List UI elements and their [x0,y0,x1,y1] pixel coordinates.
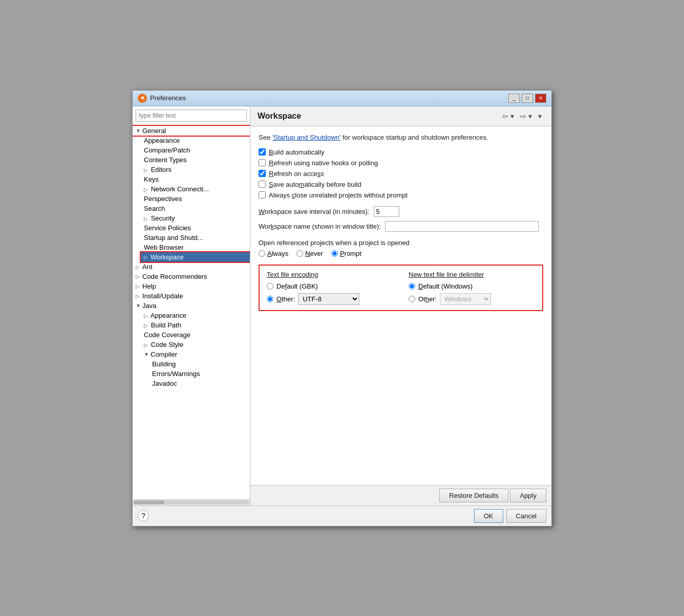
tree-item-javadoc[interactable]: Javadoc [149,379,250,388]
nav-dropdown-button[interactable]: ▾ [536,111,544,122]
tree-item-help[interactable]: ▷ Help [133,281,250,291]
arrow-icon-java: ▼ [136,303,141,309]
checkbox-row-refresh-access: Refresh on access [259,170,543,178]
arrow-icon-java-appearance: ▷ [144,313,149,319]
tree-item-install-update[interactable]: ▷ Install/Update [133,291,250,301]
encoding-select[interactable]: UTF-8 UTF-16 ISO-8859-1 US-ASCII [298,293,359,305]
restore-button[interactable]: □ [522,94,533,103]
startup-shutdown-link[interactable]: 'Startup and Shutdown' [272,134,341,141]
panel-title: Workspace [258,112,301,121]
tree-item-general[interactable]: ▼ General [133,126,250,136]
save-interval-input[interactable] [374,206,399,217]
tree-item-compare-patch[interactable]: Compare/Patch [141,145,250,155]
arrow-icon-install-update: ▷ [136,293,141,299]
close-button[interactable]: ✕ [535,94,546,103]
tree-label-install-update: Install/Update [142,292,183,300]
tree-item-search[interactable]: Search [141,204,250,213]
delimiter-default-label: Default (Windows) [418,282,473,290]
tree-label-compiler: Compiler [151,350,177,358]
refresh-access-checkbox[interactable] [259,170,266,177]
nav-back-button[interactable]: ⇦ ▾ [500,111,517,122]
delimiter-other-radio[interactable] [409,296,415,302]
title-bar-left: ☀ Preferences [138,94,186,103]
tree-item-workspace[interactable]: ▷ Workspace [141,252,250,262]
help-icon[interactable]: ? [138,510,149,521]
tree-item-startup-shutdown[interactable]: Startup and Shutd... [141,233,250,243]
tree-label-ant: Ant [142,263,153,271]
tree-item-ant[interactable]: ▷ Ant [133,262,250,272]
radio-prompt-input[interactable] [331,250,338,257]
preferences-window: ☀ Preferences _ □ ✕ ▼ General Appearan [132,90,552,526]
hscroll-track [134,500,249,504]
radio-never-input[interactable] [296,250,303,257]
build-auto-checkbox[interactable] [259,148,266,156]
tree-item-compiler[interactable]: ▼ Compiler [141,349,250,359]
title-bar-buttons: _ □ ✕ [508,94,546,103]
panel-body: See 'Startup and Shutdown' for workspace… [250,126,551,485]
refresh-access-label: Refresh on access [269,170,324,178]
open-projects-label: Open referenced projects when a project … [259,239,543,247]
tree-item-building[interactable]: Building [149,359,250,369]
radio-always: Always [259,250,288,257]
encoding-box: Text file encoding Default (GBK) Other: … [267,271,393,305]
encoding-other-radio[interactable] [267,296,273,302]
tree-item-editors[interactable]: ▷ Editors [141,165,250,174]
tree-label-help: Help [142,282,156,290]
restore-defaults-button[interactable]: Restore Defaults [439,489,508,502]
arrow-icon-ant: ▷ [136,264,141,270]
checkbox-row-refresh-native: Refresh using native hooks or polling [259,159,543,167]
tree-item-service-policies[interactable]: Service Policies [141,223,250,233]
sidebar: ▼ General Appearance Compare/Patch Conte… [133,106,250,505]
tree-item-build-path[interactable]: ▷ Build Path [141,320,250,330]
filter-input[interactable] [136,109,247,122]
right-panel: Workspace ⇦ ▾ ⇨ ▾ ▾ See 'Startup and Shu… [250,106,551,505]
save-interval-label: Workspace save interval (in minutes): [259,208,370,215]
workspace-name-input[interactable] [385,221,539,232]
tree-item-security[interactable]: ▷ Security [141,213,250,223]
tree-item-web-browser[interactable]: Web Browser [141,243,250,252]
arrow-icon-general: ▼ [136,128,141,134]
tree-item-code-coverage[interactable]: Code Coverage [141,330,250,340]
radio-always-input[interactable] [259,250,265,257]
arrow-icon-compiler: ▼ [144,351,149,357]
tree-label-network: Network Connecti... [151,185,209,193]
close-unrelated-checkbox[interactable] [259,191,266,199]
apply-button[interactable]: Apply [510,489,546,502]
minimize-button[interactable]: _ [508,94,520,103]
tree-item-appearance-general[interactable]: Appearance [141,136,250,145]
title-bar: ☀ Preferences _ □ ✕ [133,91,551,106]
open-projects-radio-row: Always Never Prompt [259,250,543,257]
app-icon: ☀ [138,94,147,103]
tree-item-perspectives[interactable]: Perspectives [141,194,250,204]
nav-forward-button[interactable]: ⇨ ▾ [518,111,535,122]
tree-item-network[interactable]: ▷ Network Connecti... [141,184,250,194]
build-auto-label: Build automatically [269,148,324,156]
tree-item-content-types[interactable]: Content Types [141,155,250,165]
delimiter-default-radio[interactable] [409,283,415,290]
delimiter-box: New text file line delimiter Default (Wi… [409,271,535,305]
radio-never-label: Never [305,250,323,257]
nav-buttons: ⇦ ▾ ⇨ ▾ ▾ [500,111,544,122]
encoding-default-radio[interactable] [267,283,273,290]
checkbox-row-save-auto: Save automatically before build [259,181,543,188]
close-unrelated-label: Always close unrelated projects without … [269,191,408,199]
tree-item-java-appearance[interactable]: ▷ Appearance [141,311,250,320]
sidebar-hscroll[interactable] [133,499,250,505]
refresh-native-checkbox[interactable] [259,159,266,166]
main-content: ▼ General Appearance Compare/Patch Conte… [133,106,551,505]
radio-never: Never [296,250,323,257]
cancel-button[interactable]: Cancel [506,509,546,523]
save-auto-checkbox[interactable] [259,181,266,188]
delimiter-dropdown-row: Other: Windows Unix Mac [409,293,535,305]
tree-item-code-recommenders[interactable]: ▷ Code Recommenders [133,272,250,281]
tree-label-code-style: Code Style [151,341,184,348]
tree-item-code-style[interactable]: ▷ Code Style [141,340,250,349]
restore-apply-bar: Restore Defaults Apply [250,485,551,505]
tree-item-keys[interactable]: Keys [141,174,250,184]
tree-children-general: Appearance Compare/Patch Content Types ▷… [133,136,250,262]
workspace-name-row: Workspace name (shown in window title): [259,221,543,232]
tree-item-errors-warnings[interactable]: Errors/Warnings [149,369,250,379]
ok-button[interactable]: OK [474,509,503,523]
delimiter-select[interactable]: Windows Unix Mac [440,293,491,305]
tree-item-java[interactable]: ▼ Java [133,301,250,311]
